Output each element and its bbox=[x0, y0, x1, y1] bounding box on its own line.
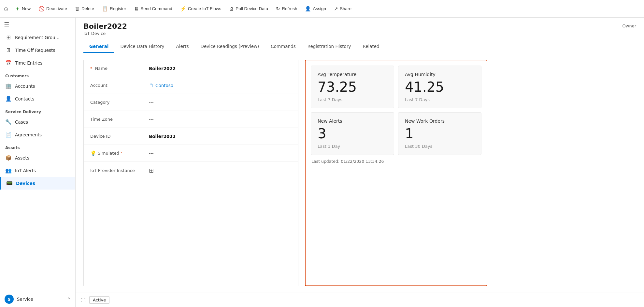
sidebar-item-label: Devices bbox=[16, 181, 35, 186]
form-row-simulated: 💡 Simulated * --- bbox=[84, 145, 298, 162]
tab-alerts[interactable]: Alerts bbox=[170, 40, 194, 53]
status-badge[interactable]: Active bbox=[89, 296, 109, 304]
requirement-group-icon: ⊞ bbox=[5, 34, 12, 40]
assign-label: Assign bbox=[313, 6, 326, 11]
form-row-category: Category --- bbox=[84, 94, 298, 111]
form-label-account: Account bbox=[90, 83, 149, 88]
tabs: General Device Data History Alerts Devic… bbox=[83, 40, 636, 53]
sidebar-item-label: IoT Alerts bbox=[15, 168, 36, 173]
sidebar-item-time-off-requests[interactable]: 🗓 Time Off Requests bbox=[0, 44, 75, 56]
hamburger-icon: ☰ bbox=[4, 21, 9, 28]
share-icon: ↗ bbox=[334, 6, 338, 12]
new-work-orders-title: New Work Orders bbox=[405, 118, 475, 124]
form-value-category[interactable]: --- bbox=[149, 100, 292, 105]
new-icon: ＋ bbox=[15, 5, 20, 12]
app-body: ☰ ⊞ Requirement Grou... 🗓 Time Off Reque… bbox=[0, 18, 644, 307]
tab-related[interactable]: Related bbox=[357, 40, 385, 53]
devices-icon: 📟 bbox=[6, 180, 13, 186]
contacts-icon: 👤 bbox=[5, 96, 12, 102]
sidebar-item-cases[interactable]: 🔧 Cases bbox=[0, 115, 75, 128]
footer-chevron-icon: ⌃ bbox=[67, 297, 71, 302]
refresh-icon: ↻ bbox=[276, 6, 280, 12]
toolbar: ◷ ＋ New 🚫 Deactivate 🗑 Delete 📋 Register… bbox=[0, 0, 644, 18]
sidebar-item-accounts[interactable]: 🏢 Accounts bbox=[0, 80, 75, 92]
delete-icon: 🗑 bbox=[75, 6, 80, 11]
share-button[interactable]: ↗ Share bbox=[331, 4, 355, 14]
sidebar-footer[interactable]: S Service ⌃ bbox=[0, 291, 75, 307]
form-value-simulated[interactable]: --- bbox=[149, 151, 292, 156]
delete-button[interactable]: 🗑 Delete bbox=[72, 4, 97, 13]
customers-section-title: Customers bbox=[0, 69, 75, 80]
stat-card-avg-temperature: Avg Temperature 73.25 Last 7 Days bbox=[311, 66, 394, 108]
stats-footer: Last updated: 01/22/2020 13:34:26 bbox=[311, 159, 481, 164]
create-iot-flows-label: Create IoT Flows bbox=[188, 6, 222, 11]
new-alerts-value: 3 bbox=[318, 127, 387, 141]
form-row-account: Account 🗒 Contoso bbox=[84, 77, 298, 94]
sidebar-item-requirement-group[interactable]: ⊞ Requirement Grou... bbox=[0, 31, 75, 44]
form-label-timezone: Time Zone bbox=[90, 117, 149, 122]
pull-device-data-icon: 🖨 bbox=[229, 6, 234, 11]
tab-registration-history[interactable]: Registration History bbox=[302, 40, 357, 53]
form-value-iot-provider[interactable]: ⊞ bbox=[149, 167, 292, 174]
refresh-label: Refresh bbox=[282, 6, 297, 11]
new-alerts-period: Last 1 Day bbox=[318, 144, 387, 149]
form-value-account[interactable]: 🗒 Contoso bbox=[149, 83, 292, 88]
deactivate-icon: 🚫 bbox=[38, 6, 45, 12]
pull-device-data-button[interactable]: 🖨 Pull Device Data bbox=[226, 4, 271, 13]
new-button[interactable]: ＋ New bbox=[11, 3, 34, 14]
sidebar-item-agreements[interactable]: 📄 Agreements bbox=[0, 128, 75, 141]
create-iot-flows-button[interactable]: ⚡ Create IoT Flows bbox=[177, 4, 225, 14]
form-label-iot-provider: IoT Provider Instance bbox=[90, 168, 149, 173]
sidebar-item-iot-alerts[interactable]: 👥 IoT Alerts bbox=[0, 164, 75, 177]
sidebar-item-label: Time Entries bbox=[15, 60, 42, 66]
register-icon: 📋 bbox=[102, 6, 108, 12]
assets-section-title: Assets bbox=[0, 141, 75, 151]
toolbar-nav-icon: ◷ bbox=[4, 6, 8, 12]
sidebar-item-label: Contacts bbox=[15, 96, 35, 101]
record-body: * Name Boiler2022 Account 🗒 Contoso Cate… bbox=[76, 53, 644, 293]
accounts-icon: 🏢 bbox=[5, 83, 12, 89]
sidebar-item-assets[interactable]: 📦 Assets bbox=[0, 151, 75, 164]
send-command-button[interactable]: 🖥 Send Command bbox=[131, 4, 176, 13]
form-label-device-id: Device ID bbox=[90, 134, 149, 139]
avg-temperature-title: Avg Temperature bbox=[318, 72, 387, 77]
sidebar-item-label: Requirement Grou... bbox=[15, 35, 60, 40]
tab-general[interactable]: General bbox=[83, 40, 114, 53]
avg-humidity-value: 41.25 bbox=[405, 80, 475, 94]
sidebar-item-contacts[interactable]: 👤 Contacts bbox=[0, 92, 75, 105]
form-value-device-id[interactable]: Boiler2022 bbox=[149, 134, 292, 139]
deactivate-button[interactable]: 🚫 Deactivate bbox=[35, 4, 70, 14]
form-value-timezone[interactable]: --- bbox=[149, 117, 292, 122]
avg-humidity-title: Avg Humidity bbox=[405, 72, 475, 77]
sidebar-item-devices[interactable]: 📟 Devices bbox=[0, 177, 75, 190]
pull-device-data-label: Pull Device Data bbox=[236, 6, 268, 11]
stat-card-new-alerts: New Alerts 3 Last 1 Day bbox=[311, 112, 394, 155]
sidebar-item-time-entries[interactable]: 📅 Time Entries bbox=[0, 56, 75, 69]
assets-icon: 📦 bbox=[5, 155, 12, 161]
assign-icon: 👤 bbox=[305, 6, 311, 12]
tab-device-data-history[interactable]: Device Data History bbox=[114, 40, 170, 53]
sidebar-header[interactable]: ☰ bbox=[0, 18, 75, 31]
avg-temperature-value: 73.25 bbox=[318, 80, 387, 94]
form-label-category: Category bbox=[90, 100, 149, 105]
sidebar-item-label: Cases bbox=[15, 119, 28, 125]
send-command-icon: 🖥 bbox=[134, 6, 139, 11]
form-value-name[interactable]: Boiler2022 bbox=[149, 66, 292, 71]
sidebar-item-label: Accounts bbox=[15, 84, 35, 89]
content-area: Boiler2022 IoT Device Owner General Devi… bbox=[76, 18, 644, 307]
cases-icon: 🔧 bbox=[5, 119, 12, 125]
status-bar: ⛶ Active bbox=[76, 293, 644, 307]
record-owner: Owner bbox=[623, 23, 636, 28]
new-label: New bbox=[22, 6, 31, 11]
tab-commands[interactable]: Commands bbox=[265, 40, 301, 53]
stat-card-new-work-orders: New Work Orders 1 Last 30 Days bbox=[398, 112, 481, 155]
status-expand-icon[interactable]: ⛶ bbox=[81, 298, 85, 303]
tab-device-readings[interactable]: Device Readings (Preview) bbox=[195, 40, 265, 53]
time-off-requests-icon: 🗓 bbox=[5, 47, 12, 53]
stats-panel: Avg Temperature 73.25 Last 7 Days Avg Hu… bbox=[305, 60, 487, 286]
form-row-iot-provider: IoT Provider Instance ⊞ bbox=[84, 162, 298, 179]
form-label-name: * Name bbox=[90, 66, 149, 71]
register-button[interactable]: 📋 Register bbox=[99, 4, 129, 14]
assign-button[interactable]: 👤 Assign bbox=[302, 4, 329, 14]
refresh-button[interactable]: ↻ Refresh bbox=[273, 4, 300, 14]
